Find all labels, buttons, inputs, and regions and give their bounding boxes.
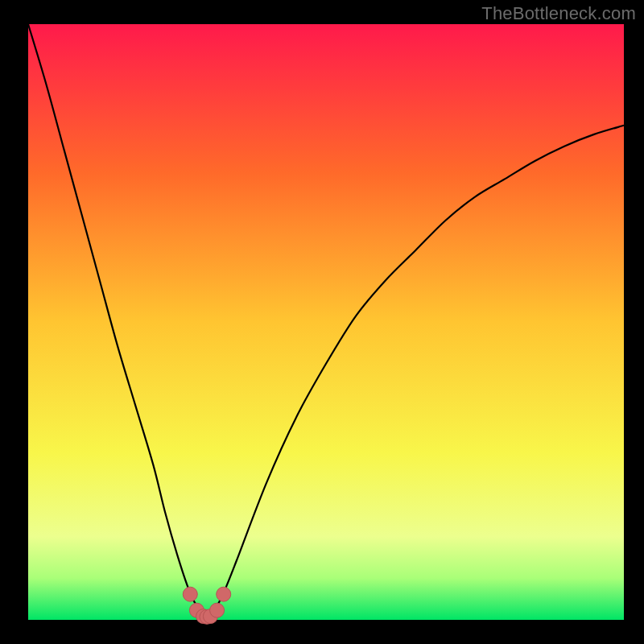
chart-background: [28, 24, 624, 620]
watermark-text: TheBottleneck.com: [481, 3, 636, 24]
bottleneck-chart: [0, 0, 644, 644]
chart-stage: TheBottleneck.com: [0, 0, 644, 644]
trough-marker: [217, 587, 231, 601]
trough-marker: [210, 603, 225, 617]
trough-marker: [183, 587, 197, 601]
